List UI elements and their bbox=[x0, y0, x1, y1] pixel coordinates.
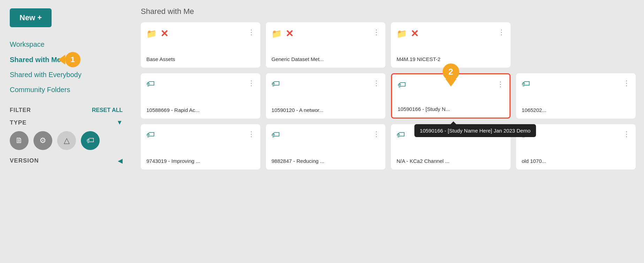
card-generic-dataset[interactable]: 📁 ✕ ⋮ Generic Dataset Met... bbox=[266, 22, 385, 68]
card-label: M4M.19 NICEST-2 bbox=[397, 56, 505, 62]
tag-icon: 🏷 bbox=[271, 130, 280, 140]
type-tag-button[interactable]: 🏷 bbox=[81, 131, 100, 150]
filter-section: FILTER RESET ALL TYPE ▼ 🗎 ⚙ △ 🏷 VERSION … bbox=[10, 107, 123, 165]
card-menu-icon[interactable]: ⋮ bbox=[623, 130, 630, 138]
card-label: old 1070... bbox=[522, 158, 630, 164]
reset-all-button[interactable]: RESET ALL bbox=[92, 107, 123, 113]
filter-label: FILTER bbox=[10, 107, 31, 113]
type-dataset-button[interactable]: ⚙ bbox=[33, 131, 52, 150]
highlighted-card-wrapper: 1 2 🏷 ⋮ 10590166 - [Study N... 10590166 … bbox=[391, 73, 511, 119]
type-document-button[interactable]: 🗎 bbox=[10, 131, 29, 150]
card-menu-icon[interactable]: ⋮ bbox=[248, 130, 255, 138]
card-9743019[interactable]: 🏷 ⋮ 9743019 - Improving ... bbox=[141, 124, 260, 170]
sidebar-item-shared-with-everybody[interactable]: Shared with Everybody bbox=[10, 67, 123, 82]
remove-icon[interactable]: ✕ bbox=[160, 28, 168, 39]
type-chevron-icon[interactable]: ▼ bbox=[116, 119, 123, 126]
card-menu-icon[interactable]: ⋮ bbox=[248, 79, 255, 87]
card-10652027[interactable]: 🏷 ⋮ 1065202... bbox=[516, 73, 636, 119]
card-label: 10588669 - Rapid Ac... bbox=[146, 107, 255, 113]
badge-2: 1 2 bbox=[443, 63, 459, 80]
page-title: Shared with Me bbox=[141, 7, 636, 16]
card-menu-icon[interactable]: ⋮ bbox=[498, 28, 505, 36]
tooltip: 10590166 - [Study Name Here] Jan 2023 De… bbox=[414, 124, 536, 137]
card-label: N/A - KCa2 Channel ... bbox=[397, 158, 505, 164]
card-menu-icon[interactable]: ⋮ bbox=[497, 80, 504, 88]
card-label: 1065202... bbox=[522, 107, 630, 113]
cards-row-1: 📁 ✕ ⋮ Base Assets 📁 ✕ ⋮ Generic Dataset … bbox=[141, 22, 636, 68]
card-menu-icon[interactable]: ⋮ bbox=[373, 28, 380, 36]
card-label: Base Assets bbox=[146, 56, 255, 62]
badge-1: 1 bbox=[65, 52, 80, 67]
cards-row-2: 🏷 ⋮ 10588669 - Rapid Ac... 🏷 ⋮ 10590120 … bbox=[141, 73, 636, 119]
card-menu-icon[interactable]: ⋮ bbox=[623, 79, 630, 87]
main-content: Shared with Me 📁 ✕ ⋮ Base Assets 📁 ✕ ⋮ G… bbox=[132, 0, 644, 263]
sidebar-item-shared-with-me[interactable]: Shared with Me bbox=[10, 52, 61, 67]
type-icons-group: 🗎 ⚙ △ 🏷 bbox=[10, 131, 123, 150]
type-label: TYPE bbox=[10, 119, 26, 126]
card-menu-icon[interactable]: ⋮ bbox=[373, 79, 380, 87]
card-label: 9743019 - Improving ... bbox=[146, 158, 255, 164]
sidebar-item-community-folders[interactable]: Community Folders bbox=[10, 82, 123, 97]
version-chevron-icon[interactable]: ◀ bbox=[118, 157, 123, 165]
new-button[interactable]: New + bbox=[10, 8, 52, 27]
card-label: 9882847 - Reducing ... bbox=[271, 158, 380, 164]
card-base-assets[interactable]: 📁 ✕ ⋮ Base Assets bbox=[141, 22, 260, 68]
tag-icon: 🏷 bbox=[271, 79, 280, 89]
card-9882847[interactable]: 🏷 ⋮ 9882847 - Reducing ... bbox=[266, 124, 385, 170]
tag-icon: 🏷 bbox=[397, 130, 405, 140]
card-menu-icon[interactable]: ⋮ bbox=[373, 130, 380, 138]
card-10588669[interactable]: 🏷 ⋮ 10588669 - Rapid Ac... bbox=[141, 73, 260, 119]
tag-icon: 🏷 bbox=[522, 79, 530, 89]
sidebar-item-workspace[interactable]: Workspace bbox=[10, 37, 123, 52]
card-label: 10590166 - [Study N... bbox=[398, 106, 504, 112]
folder-icon: 📁 bbox=[271, 29, 282, 39]
folder-icon: 📁 bbox=[146, 29, 157, 39]
tag-icon: 🏷 bbox=[146, 130, 155, 140]
cards-row-3: 🏷 ⋮ 9743019 - Improving ... 🏷 ⋮ 9882847 … bbox=[141, 124, 636, 170]
card-label: Generic Dataset Met... bbox=[271, 56, 380, 62]
sidebar-nav: Workspace Shared with Me 1 Shared with E… bbox=[10, 37, 123, 97]
card-label: 10590120 - A networ... bbox=[271, 107, 380, 113]
card-10590120[interactable]: 🏷 ⋮ 10590120 - A networ... bbox=[266, 73, 385, 119]
tag-icon: 🏷 bbox=[146, 79, 155, 89]
card-menu-icon[interactable]: ⋮ bbox=[248, 28, 255, 36]
folder-icon: 📁 bbox=[397, 29, 407, 39]
remove-icon[interactable]: ✕ bbox=[285, 28, 293, 39]
card-m4m[interactable]: 📁 ✕ ⋮ M4M.19 NICEST-2 bbox=[391, 22, 511, 68]
type-model-button[interactable]: △ bbox=[57, 131, 76, 150]
sidebar: New + Workspace Shared with Me 1 Shared … bbox=[0, 0, 132, 263]
remove-icon[interactable]: ✕ bbox=[411, 28, 419, 39]
version-label: VERSION bbox=[10, 157, 39, 164]
tag-icon: 🏷 bbox=[398, 80, 406, 90]
badge-2-wrapper: 1 2 bbox=[443, 63, 459, 80]
